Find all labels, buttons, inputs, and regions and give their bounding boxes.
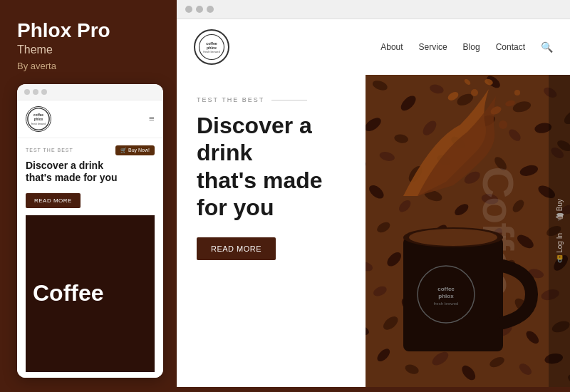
mobile-buy-button[interactable]: 🛒 Buy Now! [115,145,155,155]
mobile-card-header [17,84,163,100]
dot-3 [41,89,47,95]
svg-text:fresh brewed: fresh brewed [203,51,220,53]
mobile-preview-card: coffee phlox fresh brewed ≡ TEST THE BES… [17,84,163,378]
coffee-splash-svg [353,75,546,225]
mobile-hero: TEST THE BEST 🛒 Buy Now! Discover a drin… [17,138,163,378]
browser-dot-1 [185,6,192,13]
svg-point-87 [409,229,497,246]
nav-blog[interactable]: Blog [463,42,480,52]
svg-text:fresh brewed: fresh brewed [434,301,459,306]
hamburger-icon[interactable]: ≡ [149,113,155,125]
hero-section: TEST THE BEST Discover a drink that's ma… [177,75,570,387]
svg-text:coffee: coffee [33,113,43,117]
test-line [271,100,307,100]
side-log-in[interactable]: 🔒 Log In [556,233,564,264]
svg-point-94 [505,99,517,107]
nav-about[interactable]: About [380,42,403,52]
dot-2 [33,89,38,95]
mobile-heading: Discover a drink that's made for you [26,160,155,185]
sidebar-by: By averta [17,61,160,71]
mobile-read-more-button[interactable]: READ MORE [26,193,81,208]
dot-1 [24,89,30,95]
svg-text:coffee: coffee [438,286,455,292]
sidebar-title: Phlox Pro [17,20,160,42]
side-icons-panel: ☕ Buy 🔒 Log In [549,75,570,387]
svg-point-97 [471,89,478,96]
svg-point-98 [499,120,507,129]
sidebar-subtitle: Theme [17,43,160,56]
search-icon[interactable]: 🔍 [541,41,553,53]
test-the-best: TEST THE BEST [197,96,346,103]
svg-text:phlox: phlox [439,293,455,299]
browser-dot-3 [207,6,214,13]
side-buy-now[interactable]: ☕ Buy [556,199,564,222]
svg-text:phlox: phlox [34,118,43,121]
main-preview: coffee phlox fresh brewed About Service … [177,0,570,392]
hero-heading: Discover a drink that's made for you [197,112,346,222]
nav-service[interactable]: Service [419,42,447,52]
read-more-button[interactable]: READ MORE [197,237,276,260]
site-logo-circle: coffee phlox fresh brewed [194,29,229,65]
site-logo: coffee phlox fresh brewed [194,29,229,65]
hero-image: coffee phlox fresh brewed Coffee [353,75,570,387]
mobile-test-label: TEST THE BEST [26,148,73,153]
svg-point-92 [447,91,460,103]
browser-chrome [177,0,570,19]
nav-contact[interactable]: Contact [496,42,525,52]
svg-point-93 [484,78,494,86]
nav-links: About Service Blog Contact 🔍 [380,41,553,53]
svg-point-95 [464,78,472,86]
svg-text:phlox: phlox [207,46,217,50]
svg-text:fresh brewed: fresh brewed [31,122,46,125]
site-nav: coffee phlox fresh brewed About Service … [177,19,570,75]
sidebar: Phlox Pro Theme By averta coffee phlox f… [0,0,177,392]
svg-point-99 [514,90,520,96]
mobile-logo: coffee phlox fresh brewed [26,106,51,132]
mobile-coffee-text: Coffee [26,215,155,372]
mobile-test-row: TEST THE BEST 🛒 Buy Now! [26,145,155,155]
browser-dot-2 [196,6,203,13]
mobile-nav: coffee phlox fresh brewed ≡ [17,100,163,138]
hero-content: TEST THE BEST Discover a drink that's ma… [177,75,366,387]
mobile-logo-circle: coffee phlox fresh brewed [26,106,51,132]
test-label: TEST THE BEST [197,96,264,103]
svg-text:coffee: coffee [206,41,217,46]
